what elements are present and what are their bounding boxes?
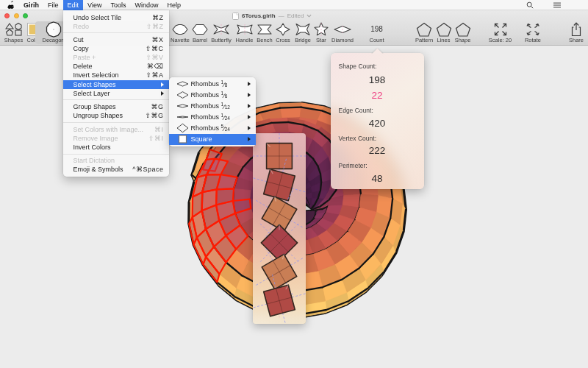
fraction-denominator: 12 xyxy=(225,105,230,110)
popover-arrow xyxy=(371,47,384,54)
traffic-lights xyxy=(4,13,28,18)
menubar-item-tools[interactable]: Tools xyxy=(106,0,130,10)
menu-item-label: Undo Select Tile xyxy=(74,14,122,21)
zoom-button[interactable] xyxy=(23,13,28,18)
menu-item-set-colors-with-image[interactable]: Set Colors with Image...⌘I xyxy=(63,125,169,134)
submenu-arrow-icon xyxy=(248,93,251,97)
menu-item-undo[interactable]: Undo Select Tile⌘Z xyxy=(63,13,169,22)
apple-icon xyxy=(7,1,14,9)
menu-item-start-dictation[interactable]: Start Dictation xyxy=(63,156,169,165)
square-icon xyxy=(176,133,189,145)
toolbar-item-count[interactable]: 198Count xyxy=(359,21,395,44)
document-title: 6Torus.girih xyxy=(242,13,276,19)
menu-item-label: Start Dictation xyxy=(74,157,115,164)
menu-item-paste[interactable]: Paste +⇧⌘V xyxy=(63,53,169,62)
submenu-item-rhombus-1-6[interactable]: Rhombus 1⁄6 xyxy=(169,90,257,101)
submenu-item-label: Rhombus xyxy=(191,102,220,110)
toolbar-item-share[interactable]: Share xyxy=(558,21,588,44)
toolbar-label-count: Count xyxy=(369,38,384,43)
fraction: 1⁄12 xyxy=(219,102,230,110)
close-button[interactable] xyxy=(4,13,10,18)
diamond-icon xyxy=(333,21,352,37)
menu-separator xyxy=(63,32,169,33)
menu-item-group-shapes[interactable]: Group Shapes⌘G xyxy=(63,102,169,111)
menu-item-shortcut: ⇧⌘G xyxy=(145,112,163,119)
toolbar-label-rotate: Rotate xyxy=(525,38,541,43)
toolbar-label-shape: Shape xyxy=(455,38,471,43)
search-icon[interactable] xyxy=(526,1,534,9)
submenu-item-square[interactable]: Square xyxy=(169,134,257,145)
submenu-item-rhombus-1-12[interactable]: Rhombus 1⁄12 xyxy=(169,101,257,112)
selected-count-value: 22 xyxy=(331,90,424,101)
menubar-item-window[interactable]: Window xyxy=(130,0,162,10)
menu-item-shortcut: ⌘⌫ xyxy=(147,63,164,70)
notification-center-icon[interactable] xyxy=(553,1,562,9)
fraction: 1⁄6 xyxy=(219,91,227,99)
fraction-denominator: 8 xyxy=(225,82,228,88)
menu-item-invert-selection[interactable]: Invert Selection⇧⌘A xyxy=(63,71,169,79)
toolbar-label-share: Share xyxy=(569,38,584,43)
menu-item-label: Invert Colors xyxy=(74,144,111,151)
menu-item-redo[interactable]: Redo⇧⌘Z xyxy=(63,22,169,31)
toolbar-item-scale[interactable]: Scale: 20 xyxy=(482,21,519,44)
document-icon xyxy=(232,13,239,20)
chevron-down-icon[interactable] xyxy=(306,14,312,18)
menu-item-select-shapes[interactable]: Select Shapes xyxy=(63,80,169,89)
menu-item-label: Remove Image xyxy=(74,135,118,142)
menu-item-shortcut: ⌘G xyxy=(151,103,163,110)
menubar-item-file[interactable]: File xyxy=(43,0,63,10)
window-title: 6Torus.girih — Edited xyxy=(232,12,312,21)
menu-item-cut[interactable]: Cut⌘X xyxy=(63,35,169,44)
menu-item-label: Paste + xyxy=(74,54,96,61)
menu-item-label: Group Shapes xyxy=(74,103,116,110)
menu-item-copy[interactable]: Copy⇧⌘C xyxy=(63,44,169,53)
shape-icon xyxy=(455,21,471,37)
menu-item-shortcut: ⇧⌘C xyxy=(146,45,164,52)
menu-item-shortcut: ⌘X xyxy=(151,36,163,43)
menu-item-emoji-symbols[interactable]: Emoji & Symbols^⌘Space xyxy=(63,165,169,174)
toolbar-item-diamond[interactable]: Diamond xyxy=(324,21,361,44)
menu-item-remove-image[interactable]: Remove Image⇧⌘I xyxy=(63,134,169,143)
menubar-item-view[interactable]: View xyxy=(83,0,106,10)
toolbar-label-diamond: Diamond xyxy=(331,38,354,43)
menu-item-select-layer[interactable]: Select Layer xyxy=(63,89,169,98)
rhombus-1-8-icon xyxy=(176,78,189,90)
submenu-item-label: Rhombus xyxy=(191,124,220,132)
menu-item-shortcut: ^⌘Space xyxy=(132,166,163,173)
apple-menu[interactable] xyxy=(0,1,19,9)
popover-value: 198 xyxy=(331,74,424,85)
shape-count-value: 198 xyxy=(370,21,383,37)
menu-item-label: Copy xyxy=(74,45,89,52)
menu-item-label: Redo xyxy=(74,23,90,30)
submenu-item-rhombus-1-24[interactable]: Rhombus 1⁄24 xyxy=(169,112,257,123)
menu-item-invert-colors[interactable]: Invert Colors xyxy=(63,143,169,152)
minimize-button[interactable] xyxy=(14,13,19,18)
toolbar-item-shape[interactable]: Shape xyxy=(445,21,481,44)
menu-item-shortcut: ⇧⌘Z xyxy=(146,23,164,30)
toolbar-item-rotate[interactable]: Rotate xyxy=(514,21,551,44)
menu-separator xyxy=(63,154,169,155)
menu-item-label: Ungroup Shapes xyxy=(74,112,123,119)
fraction-numerator: 1 xyxy=(221,79,224,85)
count-popover: Shape Count:19822Edge Count:420Vertex Co… xyxy=(331,53,424,189)
select-shapes-submenu: Rhombus 1⁄8Rhombus 1⁄6Rhombus 1⁄12Rhombu… xyxy=(169,77,257,146)
rhombus-1-6-icon xyxy=(176,89,189,101)
scale-icon xyxy=(492,21,509,37)
menu-separator xyxy=(63,99,169,100)
submenu-item-rhombus-5-24[interactable]: Rhombus 5⁄24 xyxy=(169,123,257,134)
rotate-icon xyxy=(525,21,541,37)
menu-item-label: Invert Selection xyxy=(74,71,119,79)
fraction-denominator: 24 xyxy=(225,116,230,121)
menubar-item-edit[interactable]: Edit xyxy=(63,0,84,10)
menu-item-delete[interactable]: Delete⌘⌫ xyxy=(63,62,169,71)
menu-item-shortcut: ⇧⌘A xyxy=(146,71,163,79)
decagon-icon xyxy=(46,21,62,37)
menu-item-ungroup-shapes[interactable]: Ungroup Shapes⇧⌘G xyxy=(63,111,169,120)
fraction-denominator: 24 xyxy=(225,127,230,132)
menubar-item-girih[interactable]: Girih xyxy=(19,0,43,10)
menu-item-label: Select Shapes xyxy=(74,81,116,88)
menubar-item-help[interactable]: Help xyxy=(162,0,185,10)
popover-label-shape-count: Shape Count: xyxy=(339,63,377,70)
submenu-item-rhombus-1-8[interactable]: Rhombus 1⁄8 xyxy=(169,79,257,90)
popover-value: 420 xyxy=(331,118,424,129)
